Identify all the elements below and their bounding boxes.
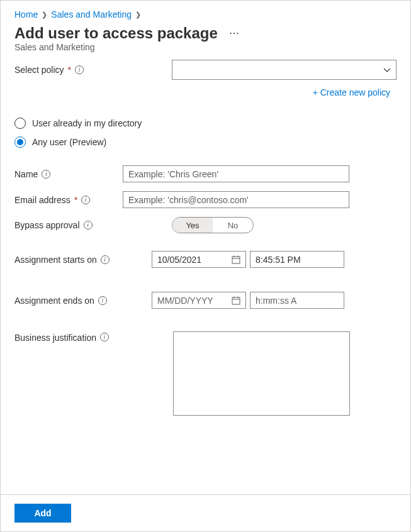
email-input[interactable]: [123, 191, 349, 208]
starts-time-value: 8:45:51 PM: [256, 255, 301, 265]
add-button[interactable]: Add: [14, 504, 71, 523]
user-source-radio-group: User already in my directory Any user (P…: [14, 118, 397, 148]
info-icon[interactable]: i: [42, 170, 50, 179]
breadcrumb-home[interactable]: Home: [14, 9, 38, 19]
chevron-right-icon: ❯: [135, 11, 141, 19]
ends-time-input[interactable]: h:mm:ss A: [250, 292, 344, 309]
business-justification-label: Business justification: [14, 333, 96, 343]
page-subtitle: Sales and Marketing: [14, 42, 397, 52]
name-label: Name: [14, 169, 38, 179]
select-policy-label: Select policy: [14, 65, 64, 75]
info-icon[interactable]: i: [75, 65, 84, 74]
chevron-down-icon: [383, 66, 391, 74]
panel-footer: Add: [1, 494, 410, 531]
radio-any-user[interactable]: Any user (Preview): [14, 136, 397, 148]
info-icon[interactable]: i: [84, 221, 93, 230]
required-asterisk: *: [74, 195, 77, 205]
radio-label: Any user (Preview): [32, 137, 106, 147]
bypass-approval-toggle[interactable]: Yes No: [172, 217, 254, 233]
breadcrumb-sales-marketing[interactable]: Sales and Marketing: [51, 9, 132, 19]
ends-date-input[interactable]: MM/DD/YYYY: [152, 292, 246, 309]
info-icon[interactable]: i: [101, 255, 110, 264]
page-title: Add user to access package: [14, 25, 218, 42]
assignment-ends-label: Assignment ends on: [14, 296, 94, 306]
ends-time-placeholder: h:mm:ss A: [256, 296, 296, 306]
radio-icon: [14, 136, 26, 148]
starts-date-input[interactable]: 10/05/2021: [152, 251, 246, 268]
starts-time-input[interactable]: 8:45:51 PM: [250, 251, 344, 268]
toggle-yes[interactable]: Yes: [172, 218, 213, 233]
info-icon[interactable]: i: [98, 296, 107, 305]
more-actions-button[interactable]: ⋯: [227, 26, 242, 40]
calendar-icon: [232, 296, 240, 305]
create-new-policy-link[interactable]: + Create new policy: [313, 87, 390, 97]
starts-date-value: 10/05/2021: [157, 255, 201, 265]
chevron-right-icon: ❯: [42, 11, 47, 19]
business-justification-textarea[interactable]: [173, 331, 350, 416]
info-icon[interactable]: i: [81, 196, 90, 204]
radio-label: User already in my directory: [32, 118, 142, 128]
bypass-approval-label: Bypass approval: [14, 220, 80, 230]
ends-date-placeholder: MM/DD/YYYY: [157, 296, 213, 306]
email-label: Email address: [14, 195, 70, 205]
radio-user-in-directory[interactable]: User already in my directory: [14, 118, 397, 129]
breadcrumb: Home ❯ Sales and Marketing ❯: [14, 9, 397, 19]
name-input[interactable]: [123, 165, 349, 182]
calendar-icon: [232, 255, 240, 264]
assignment-starts-label: Assignment starts on: [14, 255, 97, 265]
required-asterisk: *: [68, 65, 71, 75]
svg-rect-0: [232, 257, 240, 263]
info-icon[interactable]: i: [100, 333, 109, 341]
svg-rect-4: [232, 297, 240, 304]
select-policy-dropdown[interactable]: [172, 60, 397, 80]
radio-icon: [14, 118, 26, 129]
toggle-no[interactable]: No: [213, 218, 253, 233]
